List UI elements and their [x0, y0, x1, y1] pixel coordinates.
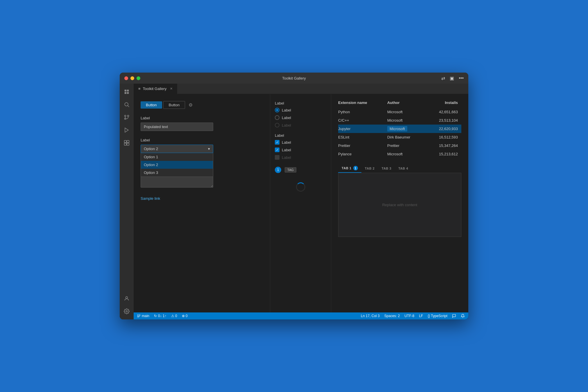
branch-name: main [142, 314, 149, 318]
radio-item-2[interactable]: Label [275, 115, 326, 120]
cell-installs: 15,213,612 [427, 150, 461, 158]
radio-circle-1 [275, 108, 279, 112]
tab-placeholder: Replace with content [382, 203, 417, 207]
text-input[interactable] [141, 123, 213, 131]
table-row[interactable]: C/C++Microsoft23,513,104 [338, 116, 461, 125]
table-row[interactable]: JupyterMicrosoft22,620,933 [338, 125, 461, 133]
extensions-icon[interactable] [121, 137, 132, 149]
svg-point-7 [128, 115, 129, 117]
source-control-icon[interactable] [121, 112, 132, 123]
svg-point-18 [138, 315, 139, 316]
layout-icon[interactable]: ▣ [450, 75, 454, 81]
close-button[interactable] [124, 76, 128, 80]
badge-tag-row: 1 TAG [275, 167, 326, 173]
svg-point-4 [125, 103, 128, 106]
dropdown-option-1[interactable]: Option 1 [141, 153, 213, 161]
cell-author: Microsoft [387, 116, 427, 125]
activity-bar [120, 84, 134, 319]
dropdown-value: Option 2 [144, 147, 158, 151]
col-header-author: Author [387, 99, 427, 108]
dropdown-selected[interactable]: Option 2 ▾ [141, 145, 213, 153]
radio-label-1: Label [282, 108, 291, 112]
inner-tab-bar: TAB 11TAB 2TAB 3TAB 4 [338, 164, 461, 173]
svg-line-5 [128, 106, 129, 107]
feedback-icon[interactable] [452, 314, 456, 318]
cell-author: Microsoft [387, 125, 427, 133]
svg-marker-9 [125, 128, 128, 132]
gear-button[interactable]: ⚙ [186, 101, 195, 109]
inner-tab-4[interactable]: TAB 4 [395, 165, 412, 172]
primary-button[interactable]: Button [141, 101, 162, 109]
inner-tab-label: TAB 2 [365, 167, 375, 170]
branch-status[interactable]: main [137, 314, 149, 318]
run-icon[interactable] [121, 124, 132, 136]
table-row[interactable]: PythonMicrosoft42,651,663 [338, 108, 461, 116]
warnings-status[interactable]: ⚠ 0 [171, 314, 177, 318]
table-row[interactable]: PylanceMicrosoft15,213,612 [338, 150, 461, 158]
svg-rect-0 [125, 90, 126, 91]
tab-menu-icon: ≡ [138, 87, 141, 91]
sample-link[interactable]: Sample link [141, 196, 160, 201]
branch-icon [137, 314, 141, 318]
checkbox-item-1[interactable]: ✓ Label [275, 140, 326, 145]
spaces-status[interactable]: Spaces: 2 [384, 314, 400, 318]
app-window: Toolkit Gallery ⇄ ▣ ••• [120, 73, 468, 319]
search-icon[interactable] [121, 99, 132, 110]
secondary-button[interactable]: Button [163, 101, 185, 109]
position-text: Ln 17, Col 3 [361, 314, 380, 318]
inner-tab-2[interactable]: TAB 2 [361, 165, 378, 172]
position-status[interactable]: Ln 17, Col 3 [361, 314, 380, 318]
chevron-down-icon: ▾ [208, 147, 210, 151]
more-actions-icon[interactable]: ••• [459, 75, 464, 81]
badge: 1 [275, 167, 281, 173]
split-editor-icon[interactable]: ⇄ [441, 75, 445, 81]
notification-icon[interactable] [461, 314, 465, 318]
dropdown-option-3[interactable]: Option 3 [141, 169, 213, 177]
inner-tab-3[interactable]: TAB 3 [378, 165, 395, 172]
content-area: ≡ Toolkit Gallery ✕ Button Button ⚙ [134, 84, 468, 319]
minimize-button[interactable] [130, 76, 134, 80]
eol-text: LF [419, 314, 423, 318]
language-text: {} TypeScript [428, 314, 447, 318]
dropdown-section: Label Option 2 ▾ Option 1 Option 2 Optio… [141, 138, 263, 153]
svg-rect-13 [127, 143, 129, 145]
checkmark-1: ✓ [276, 141, 279, 144]
traffic-lights [124, 76, 140, 80]
spinner-container [275, 180, 326, 194]
dropdown-option-2[interactable]: Option 2 [141, 161, 213, 169]
settings-icon[interactable] [121, 305, 132, 317]
cell-ext-name: Python [338, 108, 387, 116]
language-status[interactable]: {} TypeScript [428, 314, 447, 318]
left-panel: Button Button ⚙ Label Label [134, 94, 270, 312]
encoding-status[interactable]: UTF-8 [404, 314, 414, 318]
dropdown-list: Option 1 Option 2 Option 3 [141, 153, 213, 177]
radio-circle-3 [275, 123, 279, 127]
account-icon[interactable] [121, 293, 132, 304]
table-row[interactable]: ESLintDirk Baeumer16,512,593 [338, 133, 461, 141]
titlebar: Toolkit Gallery ⇄ ▣ ••• [120, 73, 468, 84]
sync-status[interactable]: ↻ 0↓ 1↑ [154, 314, 166, 318]
svg-rect-1 [127, 90, 129, 91]
cell-ext-name: Pylance [338, 150, 387, 158]
inner-tab-label: TAB 1 [342, 166, 352, 170]
inner-tab-label: TAB 3 [381, 167, 391, 170]
checkbox-item-2[interactable]: ✓ Label [275, 148, 326, 152]
explorer-icon[interactable] [121, 86, 132, 98]
radio-item-1[interactable]: Label [275, 108, 326, 112]
eol-status[interactable]: LF [419, 314, 423, 318]
cell-author: Dirk Baeumer [387, 133, 427, 141]
svg-point-15 [126, 311, 128, 312]
checkbox-group: Label ✓ Label ✓ Label [275, 133, 326, 160]
errors-status[interactable]: ⊗ 0 [182, 314, 188, 318]
inner-tab-badge: 1 [353, 166, 358, 170]
maximize-button[interactable] [137, 76, 140, 80]
main-area: ≡ Toolkit Gallery ✕ Button Button ⚙ [120, 84, 468, 319]
table-row[interactable]: PrettierPrettier15,347,264 [338, 141, 461, 150]
titlebar-actions: ⇄ ▣ ••• [441, 75, 464, 81]
inner-tab-1[interactable]: TAB 11 [338, 164, 361, 173]
status-right: Ln 17, Col 3 Spaces: 2 UTF-8 LF {} TypeS… [361, 314, 465, 318]
checkbox-item-3: Label [275, 155, 326, 160]
svg-rect-11 [127, 141, 129, 143]
tab-close-icon[interactable]: ✕ [170, 87, 173, 91]
toolkit-gallery-tab[interactable]: ≡ Toolkit Gallery ✕ [134, 84, 178, 94]
